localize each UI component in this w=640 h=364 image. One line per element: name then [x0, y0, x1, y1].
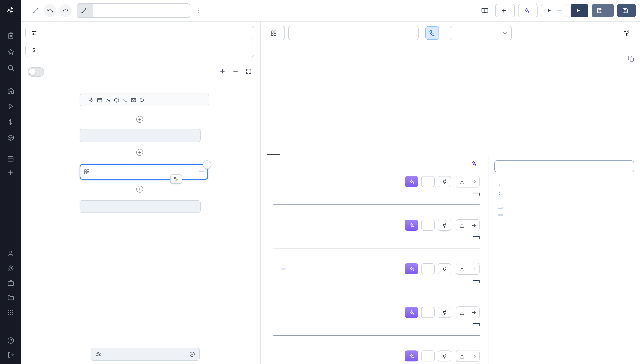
gear-icon[interactable] — [4, 262, 18, 274]
insert-default-icon[interactable] — [456, 263, 468, 274]
ai-fill-wand-icon[interactable] — [405, 220, 418, 231]
field-value-editor[interactable] — [274, 235, 480, 248]
collapse-sidebar-icon[interactable] — [4, 349, 18, 360]
insert-default-icon[interactable] — [456, 176, 468, 187]
static-mode-button[interactable] — [421, 350, 435, 362]
step-summary-input[interactable] — [288, 26, 418, 40]
flow-settings-button[interactable] — [26, 26, 254, 39]
input-node[interactable] — [80, 129, 201, 142]
connect-plug-icon[interactable] — [438, 220, 451, 231]
workspace-briefcase-icon[interactable] — [4, 277, 18, 289]
deploy-button[interactable] — [617, 4, 636, 17]
help-icon[interactable] — [4, 334, 18, 346]
apply-arrow-icon[interactable] — [468, 263, 479, 274]
add-step-after-step[interactable]: + — [136, 186, 143, 192]
suspend-approval-phone-icon[interactable] — [170, 174, 182, 184]
tag-select[interactable] — [450, 26, 512, 40]
home-icon[interactable] — [4, 85, 18, 96]
delete-step-x-icon[interactable] — [203, 160, 211, 169]
ai-builder-button[interactable] — [518, 4, 538, 17]
hub-path-link[interactable] — [266, 26, 285, 40]
webhook-icon[interactable] — [88, 97, 94, 103]
selected-step-node[interactable] — [80, 164, 208, 180]
search-icon[interactable] — [4, 62, 18, 74]
apply-arrow-icon[interactable] — [468, 220, 479, 231]
expression-mode-button[interactable] — [421, 176, 435, 187]
variables-dollar-icon[interactable] — [4, 116, 18, 128]
path-pill[interactable] — [77, 4, 93, 17]
connect-plug-icon[interactable] — [438, 307, 451, 318]
draft-button[interactable] — [592, 4, 614, 17]
expression-mode-button[interactable] — [421, 307, 435, 318]
test-up-to-button[interactable] — [541, 4, 567, 17]
more-menu-kebab-icon[interactable] — [192, 4, 204, 17]
star-icon[interactable] — [4, 46, 18, 58]
insert-default-icon[interactable] — [456, 220, 468, 231]
add-error-handler-icon[interactable] — [189, 351, 195, 357]
diff-button[interactable] — [495, 4, 515, 17]
tab-advanced[interactable] — [294, 139, 307, 155]
variables-expand-button[interactable] — [498, 207, 503, 209]
add-step-before-input[interactable]: + — [136, 116, 143, 123]
connect-plug-icon[interactable] — [438, 350, 451, 362]
edit-title-pencil-icon[interactable] — [33, 8, 38, 13]
apply-arrow-icon[interactable] — [468, 307, 479, 318]
tab-step-input[interactable] — [267, 139, 280, 155]
prop-order-number[interactable]: : — [494, 190, 634, 196]
ai-fill-wand-icon[interactable] — [405, 263, 418, 274]
email-icon[interactable] — [131, 97, 136, 103]
suspend-settings-phone-icon[interactable] — [426, 26, 439, 40]
insert-default-icon[interactable] — [456, 307, 468, 318]
schedules-calendar-icon[interactable] — [4, 153, 18, 165]
fit-view-button[interactable] — [246, 68, 252, 74]
insert-default-icon[interactable] — [456, 350, 468, 362]
connect-plug-icon[interactable] — [438, 263, 451, 274]
dataflow-toggle[interactable] — [28, 67, 44, 76]
ai-fill-wand-icon[interactable] — [405, 350, 418, 362]
test-flow-button[interactable] — [570, 4, 588, 17]
prop-user-email[interactable]: : — [494, 182, 634, 188]
ai-fill-wand-icon[interactable] — [405, 176, 418, 187]
zoom-in-button[interactable] — [219, 68, 226, 74]
websocket-icon[interactable] — [114, 97, 119, 103]
path-input[interactable] — [93, 4, 190, 17]
resources-cube-icon[interactable] — [4, 132, 18, 144]
apply-arrow-icon[interactable] — [468, 176, 479, 187]
resources-expand-button[interactable] — [498, 214, 503, 216]
all-static-inputs-button[interactable] — [26, 44, 254, 57]
folders-icon[interactable] — [4, 292, 18, 304]
docs-book-icon[interactable] — [478, 4, 492, 17]
apply-arrow-icon[interactable] — [468, 350, 479, 362]
user-icon[interactable] — [4, 247, 18, 259]
add-plus-icon[interactable] — [4, 167, 18, 178]
runs-play-icon[interactable] — [4, 100, 18, 112]
fill-inputs-button[interactable] — [274, 159, 480, 168]
code-preview-editor[interactable] — [261, 44, 640, 139]
windmill-logo[interactable] — [4, 4, 18, 16]
expression-mode-button[interactable] — [421, 220, 435, 231]
field-value-editor[interactable] — [274, 279, 480, 292]
fork-button[interactable] — [621, 30, 635, 36]
add-step-after-input[interactable]: + — [136, 149, 143, 156]
redo-button[interactable] — [59, 4, 72, 17]
apps-grid-icon[interactable] — [4, 306, 18, 318]
clipboard-icon[interactable] — [4, 30, 18, 42]
expression-mode-button[interactable] — [421, 263, 435, 274]
error-handler-node[interactable] — [90, 348, 200, 360]
kafka-icon[interactable] — [139, 97, 145, 103]
ai-fill-wand-icon[interactable] — [405, 307, 418, 318]
undo-button[interactable] — [44, 4, 56, 17]
field-value-editor[interactable] — [274, 192, 480, 205]
connect-plug-icon[interactable] — [438, 176, 451, 187]
copy-code-icon[interactable] — [628, 56, 634, 62]
field-value-editor[interactable] — [274, 322, 480, 336]
show-all-button[interactable] — [446, 106, 454, 110]
search-prop-input[interactable] — [494, 160, 634, 172]
http-route-icon[interactable] — [106, 97, 111, 103]
tab-test-this-step[interactable] — [280, 139, 294, 155]
triggers-node[interactable] — [80, 94, 209, 106]
zoom-out-button[interactable] — [232, 68, 239, 74]
result-node[interactable] — [80, 200, 201, 213]
postgres-icon[interactable] — [122, 97, 128, 103]
schedule-icon[interactable] — [97, 97, 102, 103]
